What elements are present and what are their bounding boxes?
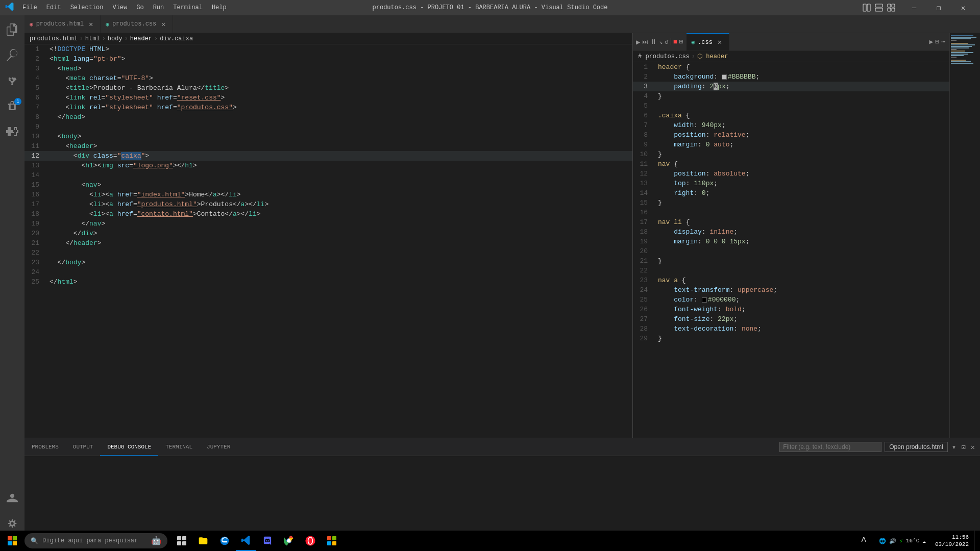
split-icon[interactable]: ⊟ (935, 38, 939, 46)
step-over-icon[interactable]: ↺ (665, 38, 669, 46)
debug-icon[interactable]: 1 (0, 94, 24, 118)
code-line: 15 <nav> (24, 180, 632, 190)
code-line: 5 (633, 101, 949, 111)
taskbar-explorer[interactable] (193, 531, 213, 551)
code-line: 17 <li><a href="produtos.html">Produtos<… (24, 199, 632, 209)
code-line: 15 } (633, 198, 949, 208)
code-line: 7 width: 940px; (633, 120, 949, 130)
explorer-icon[interactable] (0, 17, 24, 42)
code-line: 4 } (633, 91, 949, 101)
breadcrumb-right: # produtos.css › ⬡ header (633, 51, 949, 62)
volume-icon[interactable]: 🔊 (889, 538, 896, 544)
tab-produtos-html[interactable]: ◉ produtos.html ✕ (24, 15, 101, 33)
menu-selection[interactable]: Selection (66, 3, 108, 12)
svg-rect-33 (327, 541, 331, 545)
detach-icon[interactable]: ⊞ (679, 38, 683, 46)
menu-file[interactable]: File (18, 3, 41, 12)
editor-area: ◉ produtos.html ✕ ◉ produtos.css ✕ produ… (24, 15, 980, 540)
code-line: 25 </html> (24, 277, 632, 287)
svg-rect-34 (332, 541, 336, 545)
taskbar-tray: 🌐 🔊 ⚡ 16°C ☁️ (875, 538, 930, 544)
close-button[interactable]: ✕ (951, 0, 975, 15)
tab-label: produtos.html (36, 20, 84, 28)
taskbar-task-view[interactable] (172, 531, 192, 551)
close-panel-icon[interactable]: ✕ (970, 442, 976, 453)
run-icon[interactable]: ▶ (636, 38, 640, 46)
svg-rect-31 (327, 536, 331, 540)
code-line: 8 position: relative; (633, 130, 949, 140)
menu-view[interactable]: View (108, 3, 131, 12)
step-icon[interactable]: ↘ (659, 39, 663, 45)
left-code-area[interactable]: 1 <!DOCTYPE HTML> 2 <html lang="pt-br"> … (24, 44, 632, 438)
code-line: 1 header { (633, 62, 949, 72)
tab-css[interactable]: ◉ .css ✕ (687, 33, 729, 51)
right-code-area[interactable]: 1 header { 2 background: #BBBBBB; 3 padd… (633, 62, 949, 438)
stop2-icon[interactable]: ■ (673, 38, 677, 46)
panel-layout-icon[interactable]: ⊡ (960, 442, 966, 453)
svg-point-10 (11, 83, 13, 85)
breadcrumb-header-css: ⬡ header (697, 53, 728, 60)
menu-run[interactable]: Run (149, 3, 168, 12)
stop-icon[interactable]: ⏸ (650, 38, 657, 46)
title-bar: File Edit Selection View Go Run Terminal… (0, 0, 980, 15)
show-desktop-button[interactable] (974, 531, 978, 551)
editor-split: produtos.html › html › body › header › d… (24, 33, 980, 438)
breadcrumb-css-file: # produtos.css (638, 53, 690, 60)
extensions-icon[interactable] (0, 119, 24, 144)
taskbar-opera[interactable] (300, 531, 321, 551)
tab-label: produtos.css (112, 20, 156, 28)
svg-point-9 (14, 78, 16, 80)
code-line: 26 font-weight: bold; (633, 305, 949, 314)
tab-debug-console[interactable]: DEBUG CONSOLE (100, 438, 158, 456)
tab-produtos-css[interactable]: ◉ produtos.css ✕ (101, 15, 173, 33)
search-glass-icon: 🔍 (31, 537, 38, 545)
account-icon[interactable] (0, 486, 24, 510)
maximize-button[interactable]: ❐ (927, 0, 950, 15)
open-produtos-button[interactable]: Open produtos.html (885, 442, 947, 452)
taskbar-search-box[interactable]: 🔍 Digite aqui para pesquisar 🤖 (24, 533, 167, 548)
title-bar-left: File Edit Selection View Go Run Terminal… (5, 2, 231, 14)
menu-help[interactable]: Help (208, 3, 231, 12)
taskbar-vscode[interactable] (236, 531, 256, 551)
left-editor-panel: produtos.html › html › body › header › d… (24, 33, 633, 438)
menu-go[interactable]: Go (132, 3, 148, 12)
dropdown-icon[interactable]: ▾ (951, 442, 957, 453)
tab-problems[interactable]: PROBLEMS (24, 438, 66, 456)
tab-close-html[interactable]: ✕ (87, 20, 95, 28)
taskbar-discord[interactable] (257, 531, 278, 551)
taskbar-up-arrow[interactable]: ^ (853, 531, 874, 551)
code-line: 22 (633, 266, 949, 276)
minimize-button[interactable]: — (902, 0, 926, 15)
right-editor-panel: ▶ ⏭ ⏸ ↘ ↺ ■ ⊞ ◉ .css ✕ (633, 33, 949, 438)
search-icon[interactable] (0, 43, 24, 67)
network-icon[interactable]: 🌐 (879, 538, 886, 544)
code-line: 22 (24, 248, 632, 258)
code-line: 13 <h1><img src="logo.png"></h1> (24, 161, 632, 170)
menu-edit[interactable]: Edit (42, 3, 65, 12)
code-line-active: 3 padding: 20px; (633, 82, 949, 91)
code-line: 8 </head> (24, 112, 632, 122)
more-icon[interactable]: ▶ (929, 38, 934, 46)
tab-output[interactable]: OUTPUT (66, 438, 101, 456)
code-line: 24 text-transform: uppercase; (633, 285, 949, 295)
menu-terminal[interactable]: Terminal (169, 3, 207, 12)
taskbar-msstore[interactable] (322, 531, 342, 551)
filter-input[interactable] (779, 442, 881, 452)
tab-terminal[interactable]: TERMINAL (158, 438, 200, 456)
code-line: 18 <li><a href="contato.html">Contato</a… (24, 209, 632, 219)
windows-start-button[interactable] (2, 531, 22, 550)
source-control-icon[interactable] (0, 68, 24, 93)
tab-css-close[interactable]: ✕ (716, 38, 724, 46)
code-line: 7 <link rel="stylesheet" href="produtos.… (24, 103, 632, 112)
taskbar-edge[interactable] (214, 531, 235, 551)
overflow-icon[interactable]: ⋯ (941, 38, 945, 46)
code-line: 12 position: absolute; (633, 169, 949, 179)
code-line: 4 <meta charset="UTF-8"> (24, 73, 632, 83)
code-line: 1 <!DOCTYPE HTML> (24, 44, 632, 54)
tab-close-css[interactable]: ✕ (159, 20, 167, 28)
taskbar-clock[interactable]: 11:56 03/10/2022 (931, 534, 973, 548)
taskbar-chrome[interactable] (279, 531, 299, 551)
debug-run-icon[interactable]: ⏭ (642, 38, 648, 46)
tab-jupyter[interactable]: JUPYTER (200, 438, 237, 456)
svg-rect-4 (888, 4, 891, 7)
